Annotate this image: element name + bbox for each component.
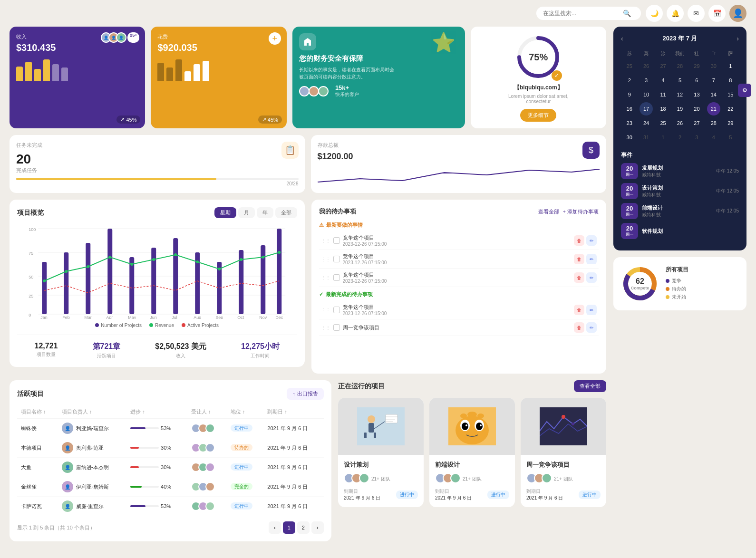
period-yearly-button[interactable]: 年 (257, 207, 273, 218)
todo-delete-button-4[interactable]: 🗑 (574, 305, 584, 315)
todo-edit-button-4[interactable]: ✏ (586, 305, 597, 315)
todo-checkbox-5[interactable] (333, 324, 340, 331)
todo-edit-button-3[interactable]: ✏ (586, 272, 597, 283)
todo-checkbox-3[interactable] (333, 274, 340, 281)
todo-checkbox-4[interactable] (333, 307, 340, 313)
period-monthly-button[interactable]: 月 (238, 207, 255, 218)
svg-text:Oct: Oct (237, 315, 244, 319)
calendar-day[interactable]: 30 (623, 131, 636, 144)
view-all-button[interactable]: 查看全部 (574, 380, 606, 392)
notification-button[interactable]: 🔔 (667, 5, 684, 22)
team-label-1: 21+ 团队 (463, 476, 482, 482)
prev-page-button[interactable]: ‹ (269, 521, 281, 534)
todo-edit-button-1[interactable]: ✏ (586, 235, 597, 246)
chart-stats: 12,721 项目数量 第721章 活跃项目 $2,50,523 美元 收入 1… (17, 335, 297, 359)
manager-avatar: 👤 (62, 462, 73, 473)
status-badge: 待办的 (231, 444, 252, 451)
calendar-day[interactable]: 29 (724, 116, 737, 130)
calendar-day[interactable]: 1 (724, 59, 737, 73)
events-section: 事件 20 周一 发展规划 威特科技 中午 12:05 20 周一 设计策划 威… (621, 151, 739, 239)
calendar-day[interactable]: 15 (724, 88, 737, 101)
donut-dot-pending (666, 287, 669, 291)
period-weekly-button[interactable]: 星期 (214, 207, 236, 218)
due-label-1: 到期日 (435, 488, 472, 495)
calendar-day[interactable]: 25 (623, 59, 636, 73)
calendar-day[interactable]: 4 (707, 131, 720, 144)
mail-button[interactable]: ✉ (688, 5, 705, 22)
export-button[interactable]: ↑ 出口报告 (287, 388, 324, 400)
calendar-day[interactable]: 7 (707, 74, 720, 87)
calendar-day[interactable]: 11 (657, 88, 670, 101)
calendar-day[interactable]: 10 (640, 88, 653, 101)
svg-point-24 (43, 279, 46, 282)
todo-checkbox-1[interactable] (333, 237, 340, 244)
manager-name: 威廉·里查尔 (76, 503, 104, 510)
todo-delete-button-3[interactable]: 🗑 (574, 272, 584, 283)
calendar-day[interactable]: 28 (707, 116, 720, 130)
period-all-button[interactable]: 全部 (275, 207, 297, 218)
calendar-day[interactable]: 14 (707, 88, 720, 101)
event-item-2: 20 周一 前端设计 威特科技 中午 12:05 (621, 203, 739, 219)
page-2-button[interactable]: 2 (297, 521, 310, 534)
due-label-0: 到期日 (344, 488, 380, 495)
search-input[interactable] (543, 10, 619, 17)
calendar-day[interactable]: 4 (657, 74, 670, 87)
calendar-day[interactable]: 17 (640, 102, 653, 115)
calendar-day[interactable]: 23 (623, 116, 636, 130)
view-all-todo-link[interactable]: 查看全部 (538, 208, 559, 215)
calendar-day[interactable]: 26 (673, 116, 687, 130)
progress-bar (130, 505, 145, 507)
calendar-day[interactable]: 9 (623, 88, 636, 101)
calendar-settings-icon[interactable]: ⚙ (738, 84, 751, 97)
calendar-day[interactable]: 5 (673, 74, 687, 87)
todo-checkbox-2[interactable] (333, 256, 340, 262)
calendar-day[interactable]: 8 (724, 74, 737, 87)
add-todo-link[interactable]: + 添加待办事项 (563, 208, 599, 215)
event-name-3: 软件规划 (642, 228, 735, 235)
page-1-button[interactable]: 1 (283, 521, 295, 534)
running-status-badge-2: 进行中 (579, 491, 601, 499)
manager-avatar: 👤 (62, 423, 73, 434)
calendar-day[interactable]: 28 (673, 59, 687, 73)
calendar-day[interactable]: 27 (690, 116, 703, 130)
calendar-day[interactable]: 12 (673, 88, 687, 101)
due-date-cell: 2021 年 9 月 6 日 (263, 438, 324, 458)
calendar-day[interactable]: 22 (724, 102, 737, 115)
todo-edit-button-2[interactable]: ✏ (586, 254, 597, 264)
todo-edit-button-5[interactable]: ✏ (586, 322, 597, 333)
todo-delete-button-1[interactable]: 🗑 (574, 235, 584, 246)
next-page-button[interactable]: › (311, 521, 324, 534)
calendar-day[interactable]: 5 (724, 131, 737, 144)
search-box[interactable]: 🔍 (536, 7, 641, 20)
calendar-day[interactable]: 27 (657, 59, 670, 73)
calendar-day[interactable]: 18 (657, 102, 670, 115)
todo-delete-button-2[interactable]: 🗑 (574, 254, 584, 264)
calendar-day[interactable]: 16 (623, 102, 636, 115)
calendar-day[interactable]: 26 (640, 59, 653, 73)
calendar-day[interactable]: 25 (657, 116, 670, 130)
calendar-day[interactable]: 24 (640, 116, 653, 130)
calendar-day[interactable]: 30 (707, 59, 720, 73)
cal-prev-button[interactable]: ‹ (621, 35, 623, 42)
calendar-day[interactable]: 6 (690, 74, 703, 87)
calendar-day[interactable]: 2 (623, 74, 636, 87)
calendar-button[interactable]: 📅 (708, 5, 726, 22)
todo-delete-button-5[interactable]: 🗑 (574, 322, 584, 333)
calendar-day[interactable]: 19 (673, 102, 687, 115)
theme-toggle-button[interactable]: 🌙 (646, 5, 663, 22)
calendar-day[interactable]: 2 (673, 131, 687, 144)
calendar-day[interactable]: 21 (707, 102, 720, 115)
assignee-avatar (205, 482, 215, 491)
calendar-day[interactable]: 3 (640, 74, 653, 87)
calendar-day[interactable]: 20 (690, 102, 703, 115)
calendar-day[interactable]: 1 (657, 131, 670, 144)
calendar-day[interactable]: 3 (690, 131, 703, 144)
avatar[interactable]: 👤 (729, 5, 746, 22)
cal-next-button[interactable]: › (737, 35, 739, 42)
calendar-day[interactable]: 13 (690, 88, 703, 101)
calendar-day[interactable]: 29 (690, 59, 703, 73)
calendar-day[interactable]: 31 (640, 131, 653, 144)
todo-actions-4: 🗑 ✏ (574, 305, 597, 315)
todo-group-completed: ✓ 最新完成的待办事项 (319, 291, 599, 298)
more-details-button[interactable]: 更多细节 (520, 109, 556, 122)
